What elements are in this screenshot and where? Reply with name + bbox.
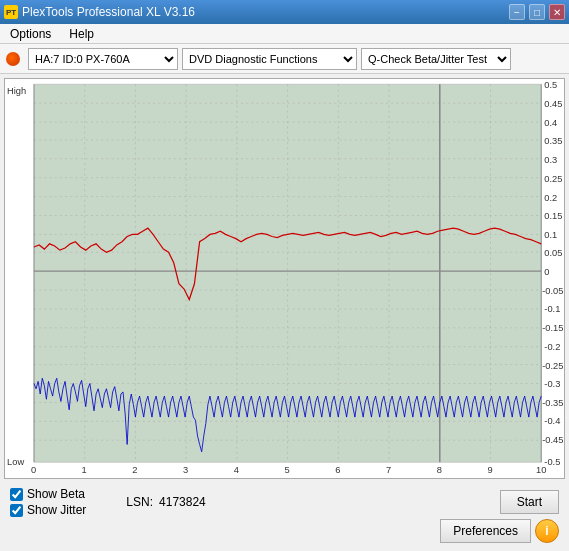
chart-svg: 0.5 0.45 0.4 0.35 0.3 0.25 0.2 0.15 0.1 … (5, 79, 564, 478)
svg-text:-0.1: -0.1 (544, 304, 560, 314)
show-beta-checkbox[interactable] (10, 488, 23, 501)
svg-text:3: 3 (183, 465, 188, 475)
lsn-label: LSN: (126, 495, 153, 509)
function-select[interactable]: DVD Diagnostic Functions (182, 48, 357, 70)
bottom-row1: Show Beta Show Jitter LSN: 4173824 Start (10, 487, 559, 517)
svg-text:0.1: 0.1 (544, 229, 557, 239)
show-jitter-checkbox[interactable] (10, 504, 23, 517)
app-icon: PT (4, 5, 18, 19)
svg-text:0.45: 0.45 (544, 99, 562, 109)
drive-select[interactable]: HA:7 ID:0 PX-760A (28, 48, 178, 70)
svg-text:10: 10 (536, 465, 546, 475)
svg-text:-0.05: -0.05 (542, 286, 563, 296)
drive-icon (6, 52, 20, 66)
toolbar: HA:7 ID:0 PX-760A DVD Diagnostic Functio… (0, 44, 569, 74)
svg-text:-0.3: -0.3 (544, 379, 560, 389)
svg-text:-0.45: -0.45 (542, 435, 563, 445)
right-controls: Start (500, 490, 559, 514)
svg-text:-0.15: -0.15 (542, 323, 563, 333)
info-button[interactable]: i (535, 519, 559, 543)
show-jitter-row: Show Jitter (10, 503, 86, 517)
title-bar-left: PT PlexTools Professional XL V3.16 (4, 5, 195, 19)
svg-text:2: 2 (132, 465, 137, 475)
title-bar: PT PlexTools Professional XL V3.16 − □ ✕ (0, 0, 569, 24)
svg-text:4: 4 (234, 465, 239, 475)
app-icon-text: PT (6, 8, 16, 17)
svg-text:Low: Low (7, 457, 24, 467)
test-select[interactable]: Q-Check Beta/Jitter Test (361, 48, 511, 70)
svg-text:5: 5 (285, 465, 290, 475)
svg-text:0.2: 0.2 (544, 193, 557, 203)
svg-text:High: High (7, 86, 26, 96)
lsn-value: 4173824 (159, 495, 206, 509)
svg-text:-0.25: -0.25 (542, 361, 563, 371)
svg-text:0.3: 0.3 (544, 155, 557, 165)
svg-text:0.15: 0.15 (544, 211, 562, 221)
window-controls: − □ ✕ (509, 4, 565, 20)
checkboxes: Show Beta Show Jitter (10, 487, 86, 517)
drive-badge (6, 52, 20, 66)
pref-info-controls: Preferences i (440, 519, 559, 543)
minimize-button[interactable]: − (509, 4, 525, 20)
menu-bar: Options Help (0, 24, 569, 44)
svg-text:8: 8 (437, 465, 442, 475)
chart-inner: 0.5 0.45 0.4 0.35 0.3 0.25 0.2 0.15 0.1 … (5, 79, 564, 478)
main-content: 0.5 0.45 0.4 0.35 0.3 0.25 0.2 0.15 0.1 … (0, 74, 569, 551)
svg-text:0.4: 0.4 (544, 118, 557, 128)
chart-container: 0.5 0.45 0.4 0.35 0.3 0.25 0.2 0.15 0.1 … (4, 78, 565, 479)
svg-text:-0.2: -0.2 (544, 342, 560, 352)
app-title: PlexTools Professional XL V3.16 (22, 5, 195, 19)
bottom-panel: Show Beta Show Jitter LSN: 4173824 Start (4, 483, 565, 547)
show-beta-row: Show Beta (10, 487, 86, 501)
show-jitter-label: Show Jitter (27, 503, 86, 517)
svg-text:-0.5: -0.5 (544, 457, 560, 467)
svg-text:1: 1 (82, 465, 87, 475)
start-button[interactable]: Start (500, 490, 559, 514)
svg-text:7: 7 (386, 465, 391, 475)
svg-text:0: 0 (544, 267, 549, 277)
svg-text:-0.4: -0.4 (544, 416, 560, 426)
svg-text:0.25: 0.25 (544, 174, 562, 184)
svg-text:0: 0 (31, 465, 36, 475)
svg-text:-0.35: -0.35 (542, 397, 563, 407)
svg-text:0.5: 0.5 (544, 80, 557, 90)
svg-text:6: 6 (335, 465, 340, 475)
close-button[interactable]: ✕ (549, 4, 565, 20)
preferences-button[interactable]: Preferences (440, 519, 531, 543)
svg-text:0.35: 0.35 (544, 136, 562, 146)
lsn-section: LSN: 4173824 (126, 495, 205, 509)
svg-text:9: 9 (487, 465, 492, 475)
bottom-row2: Preferences i (10, 519, 559, 543)
menu-help[interactable]: Help (65, 26, 98, 42)
svg-text:0.05: 0.05 (544, 248, 562, 258)
menu-options[interactable]: Options (6, 26, 55, 42)
maximize-button[interactable]: □ (529, 4, 545, 20)
show-beta-label: Show Beta (27, 487, 85, 501)
